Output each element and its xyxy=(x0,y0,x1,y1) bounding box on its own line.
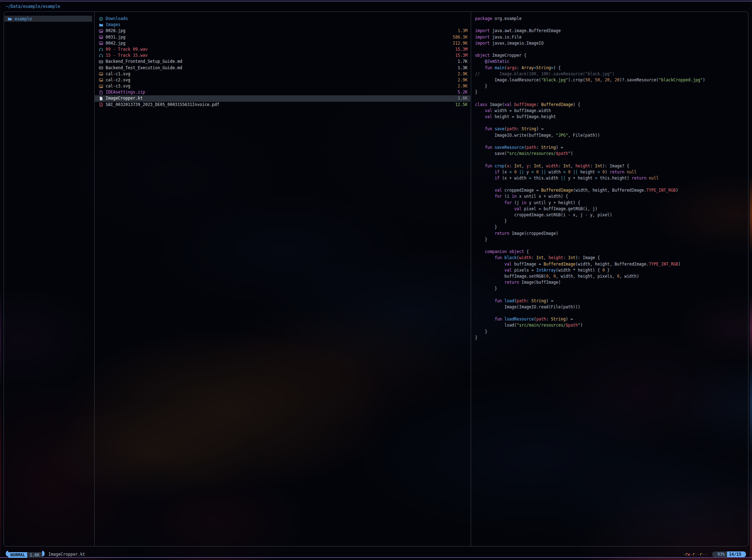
file-row[interactable]: IDEAsettings.zip5.2K xyxy=(94,89,470,95)
mode-pill: NORMAL1.6K xyxy=(6,551,45,558)
code-line: } xyxy=(475,224,746,230)
file-size: 1.7K xyxy=(458,59,468,65)
file-name: SBI_0032013739_2023_DE05_0003155631Invoi… xyxy=(106,102,219,108)
file-size: 12.5K xyxy=(455,102,468,108)
file-size: 2.9K xyxy=(458,83,468,89)
code-line: val pixels = IntArray(width * height) { … xyxy=(475,267,746,273)
file-row[interactable]: 15 - Track 15.wav15.3M xyxy=(94,52,470,59)
pill-left-cap-icon xyxy=(6,551,8,556)
file-name: 0028.jpg xyxy=(106,28,125,34)
file-name: cal-c1.svg xyxy=(106,71,130,77)
file-row[interactable]: 0031.jpg586.3K xyxy=(94,34,470,40)
code-line: load("src/main/resources/$path") xyxy=(475,322,746,328)
status-bar: NORMAL1.6K ImageCropper.kt -rw-r--r-- 93… xyxy=(6,551,746,557)
file-row[interactable]: Backend_Frontend_Setup_Guide.md1.7K xyxy=(94,59,470,65)
image-icon xyxy=(99,72,103,76)
code-line xyxy=(475,310,746,316)
file-name: Downloads xyxy=(106,16,128,22)
file-size: 586.3K xyxy=(453,34,468,40)
file-row[interactable]: SBI_0032013739_2023_DE05_0003155631Invoi… xyxy=(94,102,470,108)
permissions: -rw-r--r-- xyxy=(683,552,707,557)
code-line xyxy=(475,157,746,163)
pane-separator xyxy=(471,12,471,546)
code-line: fun loadResource(path: String) = xyxy=(475,316,746,322)
code-line xyxy=(475,181,746,187)
code-line: croppedImage.setRGB(i - x, j - y, pixel) xyxy=(475,212,746,218)
code-line xyxy=(475,120,746,126)
file-name: 09 - Track 09.wav xyxy=(106,46,148,52)
code-line xyxy=(475,22,746,28)
file-name: 15 - Track 15.wav xyxy=(106,52,148,59)
file-name: ImageCropper.kt xyxy=(106,95,143,101)
file-size: 15.3M xyxy=(455,52,468,59)
file-name: Backend_Test_Execution_Guide.md xyxy=(106,65,182,71)
pdf-icon xyxy=(99,102,103,107)
image-icon xyxy=(99,29,103,33)
file-name: Backend_Frontend_Setup_Guide.md xyxy=(106,59,182,65)
image-icon xyxy=(99,41,103,45)
code-line: companion object { xyxy=(475,249,746,255)
scroll-percent: 93% xyxy=(715,551,727,557)
file-row[interactable]: cal-c2.svg2.9K xyxy=(94,77,470,83)
code-line: import java.awt.image.BufferedImage xyxy=(475,28,746,34)
code-line: package org.example xyxy=(475,16,746,22)
code-line xyxy=(475,95,746,101)
code-line xyxy=(475,243,746,249)
file-row[interactable]: cal-c3.svg2.9K xyxy=(94,83,470,89)
code-line: import javax.imageio.ImageIO xyxy=(475,40,746,46)
cursor-position: 14/15 xyxy=(727,551,743,557)
code-line: } xyxy=(475,83,746,89)
markdown-icon xyxy=(99,60,103,64)
file-name: 0031.jpg xyxy=(106,34,125,40)
parent-dir-label: example xyxy=(15,16,32,21)
code-line: val buffImage = BufferedImage(width, hei… xyxy=(475,261,746,267)
code-line: ImageIO.write(buffImage, "JPG", File(pat… xyxy=(475,132,746,138)
file-manager-window: ~/Data/example/example example Downloads… xyxy=(0,0,752,560)
pill-left-cap-icon xyxy=(712,551,715,557)
file-size: 212.9K xyxy=(453,40,468,46)
code-line: class Image(val buffImage: BufferedImage… xyxy=(475,102,746,108)
image-icon xyxy=(99,84,103,89)
file-size: 1.6K xyxy=(458,95,468,101)
code-line: return Image(buffImage) xyxy=(475,279,746,286)
code-line: val pixel = buffImage.getRGB(i, j) xyxy=(475,206,746,212)
code-line: fun save(path: String) = xyxy=(475,126,746,132)
file-row[interactable]: cal-c1.svg2.9K xyxy=(94,71,470,77)
file-list: DownloadsImages0028.jpg1.3M0031.jpg586.3… xyxy=(94,16,470,108)
parent-directory-pane: example xyxy=(4,16,94,22)
code-line: fun saveResource(path: String) = xyxy=(475,145,746,151)
code-line: fun black(width: Int, height: Int): Imag… xyxy=(475,255,746,261)
code-line: if (x + width > this.width || y + height… xyxy=(475,175,746,181)
code-line: @JvmStatic xyxy=(475,59,746,65)
folder-icon xyxy=(7,17,12,21)
parent-dir-item[interactable]: example xyxy=(4,16,92,22)
code-line: } xyxy=(475,329,746,335)
file-row[interactable]: ImageCropper.kt1.6K xyxy=(94,95,470,101)
code-line: } xyxy=(475,335,746,341)
code-line: if (x < 0 || y < 0 || width < 0 || heigh… xyxy=(475,169,746,175)
code-preview: package org.example import java.awt.imag… xyxy=(475,16,746,341)
code-line xyxy=(475,138,746,145)
code-line: for (i in x until x + width) { xyxy=(475,193,746,200)
pill-right-cap-icon xyxy=(42,551,45,556)
file-row[interactable]: 0042.jpg212.9K xyxy=(94,40,470,46)
code-line: buffImage.setRGB(0, 0, width, height, pi… xyxy=(475,273,746,279)
code-line: fun main(args: Array<String>) { xyxy=(475,65,746,71)
status-filename: ImageCropper.kt xyxy=(49,552,85,557)
file-row[interactable]: Downloads xyxy=(94,16,470,22)
file-icon xyxy=(99,96,103,101)
code-line: save("src/main/resources/$path") xyxy=(475,151,746,157)
code-line: } xyxy=(475,286,746,292)
file-row[interactable]: Images xyxy=(94,22,470,28)
code-line: // Image.black(100, 100).saveResource("b… xyxy=(475,71,746,77)
file-name: IDEAsettings.zip xyxy=(106,89,145,95)
file-row[interactable]: 0028.jpg1.3M xyxy=(94,28,470,34)
file-row[interactable]: 09 - Track 09.wav15.3M xyxy=(94,46,470,52)
code-line: } xyxy=(475,237,746,243)
code-line xyxy=(475,292,746,298)
file-row[interactable]: Backend_Test_Execution_Guide.md1.3K xyxy=(94,65,470,71)
folder-download-icon xyxy=(99,17,103,21)
code-line: Image(ImageIO.read(File(path))) xyxy=(475,304,746,310)
code-line: fun load(path: String) = xyxy=(475,298,746,304)
code-line xyxy=(475,46,746,52)
